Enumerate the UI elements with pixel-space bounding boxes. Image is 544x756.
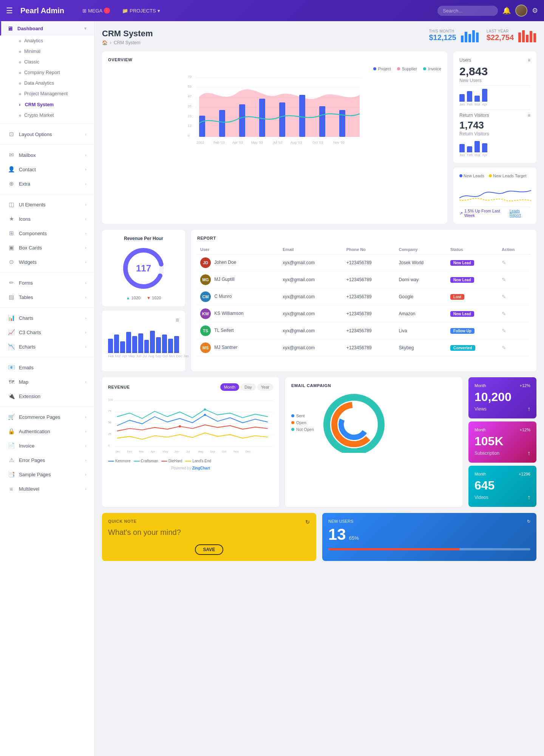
- sidebar-item-box-cards[interactable]: ▣ Box Cards ›: [0, 240, 94, 255]
- leads-report-link[interactable]: Leads Report: [510, 209, 530, 217]
- stat-tile-views: Month +12% 10,200 Views ↑: [468, 377, 536, 418]
- ecommerce-icon: 🛒: [8, 413, 15, 421]
- tab-month[interactable]: Month: [220, 383, 240, 391]
- svg-text:Sep: Sep: [210, 450, 215, 453]
- chevron-right-icon: ›: [85, 344, 87, 349]
- edit-icon[interactable]: ✎: [502, 311, 506, 317]
- report-table: User Email Phone No Company Status Actio…: [197, 245, 530, 356]
- sidebar-item-charts[interactable]: 📊 Charts ›: [0, 311, 94, 325]
- svg-rect-24: [199, 116, 205, 137]
- gear-icon[interactable]: ⚙: [532, 6, 538, 15]
- monthly-bar-labels: Feb Mar Apr May Jun Jul Aug Sep Oct Nov …: [108, 354, 179, 358]
- mega-menu-button[interactable]: ⊞ MEGA !: [79, 6, 113, 15]
- svg-text:Apr: Apr: [151, 450, 155, 453]
- last-year-chart: [518, 29, 536, 42]
- sidebar-item-sample-pages[interactable]: 📑 Sample Pages ›: [0, 467, 94, 482]
- svg-text:47: 47: [188, 94, 192, 98]
- charts-icon: 📊: [8, 314, 15, 322]
- save-button[interactable]: SAVE: [195, 544, 224, 555]
- edit-icon[interactable]: ✎: [502, 277, 506, 283]
- sidebar-submenu-crypto-market[interactable]: Crypto Market: [0, 110, 94, 121]
- chevron-right-icon: ›: [85, 316, 87, 320]
- sidebar-submenu-data-analytics[interactable]: Data Analytics: [0, 78, 94, 88]
- map-icon: 🗺: [8, 378, 15, 386]
- sidebar-item-echarts[interactable]: 📉 Echarts ›: [0, 339, 94, 354]
- sidebar-item-extension[interactable]: 🔌 Extension: [0, 389, 94, 403]
- refresh-icon[interactable]: ↻: [305, 519, 310, 525]
- project-dot: [373, 67, 376, 70]
- revenue-card: REVENUE Month Day Year 100 75 50 25 0: [102, 377, 279, 507]
- edit-icon[interactable]: ✎: [502, 260, 506, 266]
- kenmore-line: [108, 461, 114, 462]
- overview-chart: 70 59 47 35 23 12 0: [108, 74, 441, 150]
- newusers-refresh-icon[interactable]: ↻: [527, 519, 530, 524]
- sidebar-submenu-company-report[interactable]: Company Report: [0, 67, 94, 78]
- open-dot: [291, 421, 294, 424]
- sidebar-item-multilevel[interactable]: ≡ Multilevel ›: [0, 482, 94, 496]
- sidebar-submenu-minimal[interactable]: Minimal: [0, 46, 94, 57]
- projects-menu-button[interactable]: 📁 PROJECTS ▾: [119, 6, 163, 15]
- sidebar-submenu-project-management[interactable]: Project Management: [0, 88, 94, 99]
- chevron-right-icon: ›: [85, 380, 87, 384]
- return-menu-icon[interactable]: ≡: [528, 113, 530, 118]
- landsend-line: [185, 461, 191, 462]
- chevron-right-icon: ›: [85, 260, 87, 264]
- error-icon: ⚠: [8, 456, 15, 464]
- svg-text:Jun: Jun: [175, 450, 179, 453]
- edit-icon[interactable]: ✎: [502, 328, 506, 334]
- edit-icon[interactable]: ✎: [502, 345, 506, 351]
- sidebar-item-tables[interactable]: ▤ Tables ›: [0, 290, 94, 304]
- sidebar-item-emails[interactable]: 📧 Emails: [0, 360, 94, 375]
- rbar-jan: [459, 144, 465, 152]
- sidebar-submenu-crm-system[interactable]: › CRM System: [0, 99, 94, 110]
- this-month-chart: [460, 29, 479, 42]
- new-leads-dot: [459, 174, 462, 177]
- diehard-line: [161, 461, 167, 462]
- sidebar-item-contact[interactable]: 👤 Contact ›: [0, 162, 94, 177]
- email-campaign-card: EMAIL CAMPAIGN Sent Open Not Open: [285, 377, 462, 507]
- sidebar-item-widgets[interactable]: ⊙ Widgets ›: [0, 255, 94, 269]
- sidebar-item-map[interactable]: 🗺 Map ›: [0, 375, 94, 389]
- overview-card: OVERVIEW Project Supplier Invoice: [102, 51, 447, 224]
- leads-chart: [459, 181, 531, 204]
- bar-chart-menu[interactable]: ≡: [176, 317, 179, 324]
- svg-rect-30: [319, 106, 325, 137]
- sidebar-item-layout-options[interactable]: ⊡ Layout Options ›: [0, 127, 94, 141]
- search-input[interactable]: [437, 6, 498, 16]
- folder-icon: 📁: [122, 8, 128, 14]
- bar-labels-new: Jan Feb Mar Apr: [459, 102, 530, 106]
- sidebar-item-dashboard[interactable]: 🖥 Dashboard ▾: [0, 21, 94, 36]
- sidebar-item-ecommerce[interactable]: 🛒 Ecommerce Pages ›: [0, 410, 94, 424]
- sidebar-item-error-pages[interactable]: ⚠ Error Pages ›: [0, 453, 94, 467]
- tab-day[interactable]: Day: [241, 383, 256, 391]
- forms-icon: ✏: [8, 279, 15, 287]
- sidebar-item-extra[interactable]: ⊕ Extra ›: [0, 177, 94, 191]
- bell-icon[interactable]: 🔔: [502, 6, 511, 15]
- sidebar-item-authentication[interactable]: 🔒 Authentication ›: [0, 424, 94, 438]
- sidebar-item-components[interactable]: ⊞ Components ›: [0, 226, 94, 240]
- sidebar-item-mailbox[interactable]: ✉ Mailbox ›: [0, 148, 94, 162]
- avatar[interactable]: [515, 5, 527, 17]
- invoice-icon: 📄: [8, 442, 15, 449]
- sent-dot: [291, 414, 294, 417]
- svg-text:Nov '03: Nov '03: [333, 141, 345, 144]
- users-menu-icon[interactable]: ≡: [528, 57, 530, 63]
- svg-rect-26: [239, 104, 245, 137]
- sidebar-item-c3-charts[interactable]: 📈 C3 Charts ›: [0, 325, 94, 339]
- sidebar-item-forms[interactable]: ✏ Forms ›: [0, 276, 94, 290]
- views-arrow-icon: ↑: [527, 406, 530, 412]
- status-badge: Follow Up: [450, 328, 474, 334]
- svg-text:Feb: Feb: [127, 450, 132, 453]
- sidebar-submenu-classic[interactable]: Classic: [0, 57, 94, 67]
- sidebar-item-ui-elements[interactable]: ◫ UI Elements ›: [0, 197, 94, 212]
- sidebar-submenu-analytics[interactable]: Analytics: [0, 36, 94, 46]
- hamburger-menu[interactable]: ☰: [6, 6, 13, 15]
- svg-text:Aug '03: Aug '03: [291, 141, 302, 144]
- tab-year[interactable]: Year: [257, 383, 273, 391]
- svg-rect-1: [465, 32, 467, 42]
- user-avatar: TS: [200, 325, 211, 336]
- edit-icon[interactable]: ✎: [502, 294, 506, 300]
- sidebar-item-icons[interactable]: ★ Icons ›: [0, 212, 94, 226]
- svg-rect-29: [299, 95, 305, 137]
- sidebar-item-invoice[interactable]: 📄 Invoice ›: [0, 438, 94, 453]
